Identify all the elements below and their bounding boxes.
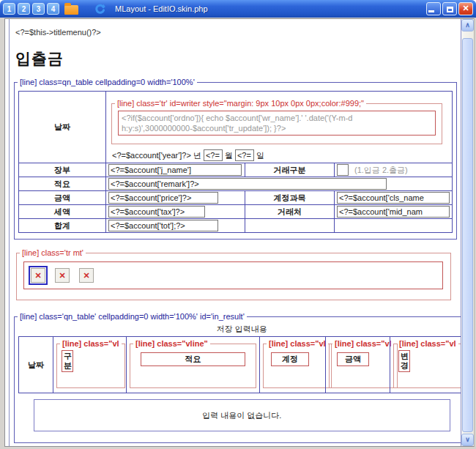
price-input[interactable]: [108, 192, 218, 204]
minimize-button[interactable]: [426, 2, 441, 15]
row-label2: 거래처: [245, 205, 334, 218]
empty-cell: [334, 219, 452, 232]
vline-legend: [line] class="vl: [397, 339, 458, 348]
row-label2: 거래구분: [245, 163, 334, 177]
row-label: 합계: [19, 219, 105, 232]
writer-line-fieldset: [line] class='tr' id=writer style="margi…: [111, 99, 442, 144]
empty-cell: [245, 219, 334, 232]
title-bar: 1 2 3 4 MLayout - EditIO.skin.php ✕: [0, 0, 476, 18]
close-icon: ✕: [459, 4, 472, 13]
maximize-button[interactable]: [442, 2, 457, 15]
scroll-up-icon[interactable]: ∧: [461, 19, 474, 31]
year-code: <?=$account['year']?>: [112, 151, 191, 160]
table-row-price: 금액 계정과목: [19, 190, 452, 204]
col-label-gyejeong: 계정: [271, 352, 309, 366]
vline-legend: [line] class="vline": [133, 339, 210, 348]
button-wrap: ✕: [53, 266, 72, 285]
row-label-date: 날짜: [19, 92, 105, 163]
result-col-byeongyeong: [line] class="vl 변경: [390, 337, 461, 393]
row-label: 적요: [19, 177, 105, 190]
jname-input[interactable]: [108, 164, 242, 176]
row-label: 세액: [19, 205, 105, 218]
broken-image-button-3[interactable]: ✕: [79, 268, 94, 283]
result-col-gyejeong: [line] class="vl 계정: [259, 337, 325, 393]
result-header-row: 날짜 [line] class="vl 구분 [line] class="vli…: [18, 336, 461, 393]
vline-fieldset: [line] class="vl 구분: [56, 339, 125, 388]
vline-fieldset: [line] class="vl 계정: [263, 339, 332, 388]
titlemenu-code: <?=$this->titlemenu()?>: [15, 28, 458, 37]
vline-legend: [line] class="vl: [267, 339, 328, 348]
month-input[interactable]: [204, 149, 223, 161]
table-row-jangbu: 장부 거래구분 (1.입금 2.출금): [19, 163, 452, 177]
trmt-fieldset: [line] class='tr mt' ✕ ✕ ✕: [16, 248, 451, 300]
trade-type-input[interactable]: [337, 164, 349, 176]
page-title: 입출금: [15, 48, 458, 69]
trmt-legend: [line] class='tr mt': [20, 248, 86, 257]
tab-button-4[interactable]: 4: [47, 3, 59, 15]
result-col-gubun: [line] class="vl 구분: [53, 337, 126, 393]
remark-input[interactable]: [108, 178, 387, 190]
content-frame: <?=$this->titlemenu()?> 입출금 [line] class…: [0, 18, 476, 449]
day-unit: 일: [256, 150, 264, 161]
scroll-track[interactable]: [461, 31, 474, 38]
result-caption: 저장 입력내용: [18, 324, 461, 335]
table-row-remark: 적요: [19, 177, 452, 190]
empty-result-message: 입력 내용이 없습니다.: [202, 410, 281, 421]
clsname-input[interactable]: [337, 192, 450, 204]
vline-fieldset: [line] class="vl 변경: [393, 339, 461, 388]
io-table: 날짜 [line] class='tr' id=writer style="ma…: [18, 91, 453, 233]
app-window: 1 2 3 4 MLayout - EditIO.skin.php ✕ <?=$…: [0, 0, 476, 449]
tab-button-1[interactable]: 1: [3, 3, 15, 15]
vline-legend: [line] class="vl: [332, 339, 394, 348]
vline-fieldset: [line] class="vline" 적요: [130, 339, 256, 388]
qn-table-fieldset: [line] class=qn_table cellpadding=0 widt…: [14, 78, 457, 240]
tax-input[interactable]: [108, 206, 205, 218]
scroll-thumb[interactable]: [462, 38, 473, 432]
col-label-gubun: 구분: [62, 350, 73, 372]
month-unit: 월: [225, 150, 233, 161]
date-line: <?=$account['year']?> 년 월 일: [112, 149, 450, 161]
midname-input[interactable]: [337, 206, 450, 218]
broken-image-button-1[interactable]: ✕: [31, 268, 45, 283]
writer-code-box: <?if($account['ordno']){ echo $account['…: [118, 111, 436, 136]
empty-result-box: 입력 내용이 없습니다.: [34, 399, 450, 431]
date-cell: [line] class='tr' id=writer style="margi…: [105, 92, 452, 163]
content-viewport: <?=$this->titlemenu()?> 입출금 [line] class…: [4, 18, 475, 447]
col-label-jeokyo: 적요: [141, 352, 245, 366]
broken-image-button-2[interactable]: ✕: [55, 268, 70, 283]
button-wrap: ✕: [77, 266, 96, 285]
year-unit: 년: [193, 150, 201, 161]
in-result-fieldset: [line] class='qn_table' cellpadding=0 wi…: [14, 312, 461, 443]
row-label: 금액: [19, 191, 105, 204]
close-button[interactable]: ✕: [458, 2, 473, 15]
refresh-icon[interactable]: [94, 3, 105, 15]
vline-legend: [line] class="vl: [60, 339, 122, 348]
result-col-geumaek: [line] class="vl 금액: [325, 337, 390, 393]
vertical-scrollbar[interactable]: ∧ ∨: [461, 19, 474, 446]
table-row-date: 날짜 [line] class='tr' id=writer style="ma…: [19, 92, 452, 163]
scroll-down-icon[interactable]: ∨: [461, 434, 474, 446]
col-label-byeongyeong: 변경: [398, 350, 410, 372]
result-col-date: 날짜: [19, 337, 53, 393]
total-input[interactable]: [108, 220, 218, 231]
folder-icon[interactable]: [64, 5, 78, 15]
table-row-tax: 세액 거래처: [19, 204, 452, 218]
row-label: 장부: [19, 163, 105, 177]
col-label-geumaek: 금액: [337, 352, 369, 366]
skin-preview-page: <?=$this->titlemenu()?> 입출금 [line] class…: [9, 19, 461, 446]
window-title: MLayout - EditIO.skin.php: [115, 4, 208, 13]
trmt-inner-box: ✕ ✕ ✕: [23, 261, 443, 289]
row-label2: 계정과목: [245, 191, 334, 204]
writer-line-legend: [line] class='tr' id=writer style="margi…: [115, 99, 366, 108]
tab-button-2[interactable]: 2: [18, 3, 30, 15]
day-input[interactable]: [235, 149, 254, 161]
in-result-legend: [line] class='qn_table' cellpadding=0 wi…: [18, 312, 247, 321]
result-col-jeokyo: [line] class="vline" 적요: [126, 337, 259, 393]
tab-button-3[interactable]: 3: [32, 3, 45, 15]
vline-fieldset: [line] class="vl 금액: [329, 339, 398, 388]
focused-button-wrap: ✕: [29, 266, 48, 285]
qn-table-legend: [line] class=qn_table cellpadding=0 widt…: [18, 78, 197, 86]
trade-type-note: (1.입금 2.출금): [354, 165, 408, 176]
table-row-total: 합계: [19, 218, 452, 232]
